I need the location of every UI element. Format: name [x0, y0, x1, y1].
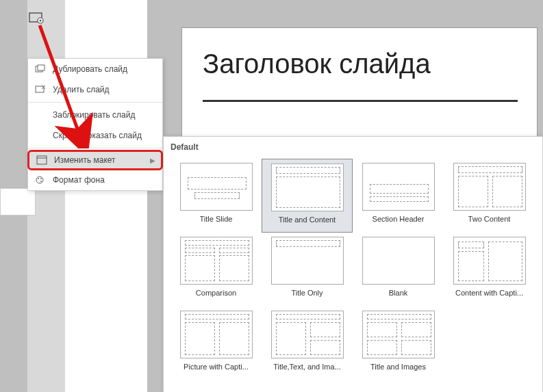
slide-canvas[interactable]: Заголовок слайда: [181, 27, 538, 137]
menu-label: Формат фона: [53, 175, 105, 185]
menu-label: Скрыть/показать слайд: [53, 131, 142, 140]
menu-item-lock-slide[interactable]: Заблокировать слайд: [28, 105, 162, 125]
svg-point-10: [36, 177, 43, 183]
layout-label: Content with Capti...: [455, 289, 523, 297]
layout-label: Title and Images: [370, 363, 426, 371]
layout-grid: Title Slide Title and Content Section He…: [171, 159, 535, 380]
layout-label: Comparison: [196, 289, 236, 297]
svg-point-11: [38, 178, 39, 179]
menu-label: Удалить слайд: [53, 85, 110, 94]
menu-item-background-format[interactable]: Формат фона: [28, 170, 162, 190]
duplicate-icon: [35, 64, 46, 74]
layout-label: Title and Content: [279, 215, 336, 224]
layout-thumb: [453, 163, 526, 211]
display-settings-icon[interactable]: [29, 12, 44, 25]
layout-thumb: [362, 237, 435, 285]
layout-label: Title,Text, and Ima...: [273, 363, 341, 371]
layout-option-comparison[interactable]: Comparison: [171, 233, 262, 306]
blank-icon: [35, 110, 46, 120]
layout-option-title-slide[interactable]: Title Slide: [171, 159, 262, 233]
svg-point-2: [40, 20, 42, 22]
slide-subtitle-line: [203, 100, 518, 102]
menu-separator: [28, 148, 162, 148]
layout-option-blank[interactable]: Blank: [353, 233, 444, 306]
layout-flyout: Default Title Slide Title and Content Se…: [163, 136, 543, 392]
layout-option-picture-caption[interactable]: Picture with Capti...: [171, 306, 262, 380]
layout-icon: [36, 155, 47, 165]
slide-title-text[interactable]: Заголовок слайда: [203, 49, 431, 79]
layout-label: Two Content: [468, 215, 511, 223]
layout-thumb: [453, 237, 526, 285]
layout-option-title-only[interactable]: Title Only: [262, 233, 353, 306]
menu-label: Изменить макет: [54, 155, 116, 165]
layout-option-title-images[interactable]: Title and Images: [353, 306, 444, 380]
layout-label: Title Slide: [200, 215, 233, 223]
chevron-right-icon: ▶: [150, 157, 155, 164]
slide-thumbnail[interactable]: [0, 188, 36, 215]
layout-thumb: [271, 311, 344, 358]
layout-option-two-content[interactable]: Two Content: [444, 159, 535, 233]
layout-thumb: [362, 163, 435, 211]
layout-thumb: [180, 237, 253, 285]
svg-point-12: [40, 178, 42, 179]
layout-option-title-content[interactable]: Title and Content: [262, 159, 353, 233]
menu-item-hide-slide[interactable]: Скрыть/показать слайд: [28, 125, 162, 146]
layout-thumb: [180, 163, 253, 211]
menu-label: Заблокировать слайд: [53, 110, 135, 120]
paint-icon: [35, 175, 46, 185]
layout-label: Section Header: [372, 215, 425, 223]
menu-separator: [28, 102, 162, 103]
svg-rect-8: [37, 156, 47, 164]
layout-label: Title Only: [291, 289, 323, 297]
svg-rect-4: [38, 65, 45, 70]
layout-thumb: [180, 311, 253, 358]
layout-label: Blank: [389, 289, 408, 297]
delete-slide-icon: [35, 85, 46, 94]
layout-thumb: [271, 237, 344, 285]
layout-thumb: [362, 311, 435, 358]
svg-rect-5: [36, 86, 44, 92]
layout-option-section-header[interactable]: Section Header: [353, 159, 444, 233]
layout-thumb: [271, 164, 344, 211]
svg-point-13: [40, 181, 42, 182]
layout-option-content-caption[interactable]: Content with Capti...: [444, 233, 535, 306]
layout-option-title-text-images[interactable]: Title,Text, and Ima...: [262, 306, 353, 380]
menu-item-delete-slide[interactable]: Удалить слайд: [28, 79, 162, 100]
blank-icon: [35, 131, 46, 140]
menu-item-change-layout[interactable]: Изменить макет ▶: [27, 150, 163, 170]
layout-label: Picture with Capti...: [184, 363, 249, 371]
slide-context-menu: Дублировать слайд Удалить слайд Заблокир…: [27, 58, 163, 191]
menu-label: Дублировать слайд: [53, 64, 127, 74]
menu-item-duplicate-slide[interactable]: Дублировать слайд: [28, 59, 162, 79]
flyout-header: Default: [171, 142, 535, 152]
